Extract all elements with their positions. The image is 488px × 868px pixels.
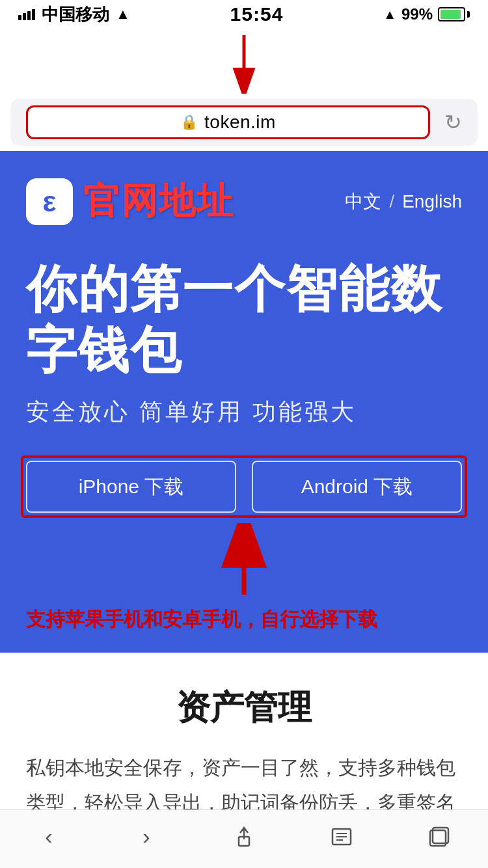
- status-right: ▲ 99%: [383, 5, 470, 23]
- share-button[interactable]: [218, 817, 270, 856]
- section-title: 资产管理: [26, 685, 462, 731]
- annotation-arrow-container: [26, 523, 462, 601]
- site-title: 官网地址: [83, 177, 234, 226]
- annotation-arrow-icon: [218, 523, 270, 601]
- status-time: 15:54: [230, 3, 284, 25]
- browser-bar-wrapper: 🔒 token.im ↻: [0, 99, 488, 146]
- url-bar[interactable]: 🔒 token.im: [26, 105, 430, 139]
- download-buttons: iPhone 下载 Android 下载: [26, 461, 462, 513]
- location-icon: ▲: [383, 7, 396, 22]
- website-area: ε 官网地址 中文 / English 你的第一个智能数 字钱包 安全放心 简单…: [0, 151, 488, 653]
- bookmarks-icon: [330, 825, 353, 848]
- android-download-button[interactable]: Android 下载: [252, 461, 462, 513]
- battery-label: 99%: [401, 5, 433, 23]
- back-button[interactable]: ‹: [23, 817, 75, 856]
- annotation-text: 支持苹果手机和安卓手机，自行选择下载: [26, 606, 462, 633]
- browser-bar: 🔒 token.im ↻: [10, 99, 478, 146]
- url-text: token.im: [204, 112, 276, 133]
- iphone-download-button[interactable]: iPhone 下载: [26, 461, 236, 513]
- lang-english-button[interactable]: English: [402, 191, 462, 212]
- status-bar: 中国移动 ▲ 15:54 ▲ 99%: [0, 0, 488, 29]
- battery-icon: [438, 7, 470, 21]
- tabs-icon: [427, 825, 451, 848]
- hero-section: 你的第一个智能数 字钱包 安全放心 简单好用 功能强大: [26, 259, 462, 428]
- refresh-button[interactable]: ↻: [444, 110, 462, 135]
- hero-title: 你的第一个智能数 字钱包: [26, 259, 462, 381]
- bookmarks-button[interactable]: [316, 817, 368, 856]
- signal-icon: [18, 8, 35, 20]
- site-logo: ε: [26, 178, 73, 225]
- status-left: 中国移动 ▲: [18, 3, 130, 26]
- hero-subtitle: 安全放心 简单好用 功能强大: [26, 396, 462, 428]
- lang-chinese-button[interactable]: 中文: [345, 189, 381, 214]
- site-header: ε 官网地址 中文 / English: [26, 177, 462, 226]
- language-switcher: 中文 / English: [345, 189, 462, 214]
- download-buttons-container: iPhone 下载 Android 下载: [26, 461, 462, 513]
- logo-icon: ε: [43, 185, 57, 218]
- site-logo-area: ε 官网地址: [26, 177, 234, 226]
- share-icon: [232, 825, 256, 848]
- tabs-button[interactable]: [413, 817, 465, 856]
- bottom-nav: ‹ ›: [0, 809, 488, 868]
- url-annotation-arrow: [0, 29, 488, 94]
- forward-button[interactable]: ›: [120, 817, 172, 856]
- lock-icon: 🔒: [180, 114, 198, 131]
- wifi-icon: ▲: [116, 6, 130, 23]
- carrier-label: 中国移动: [42, 3, 109, 26]
- lang-divider: /: [389, 191, 394, 212]
